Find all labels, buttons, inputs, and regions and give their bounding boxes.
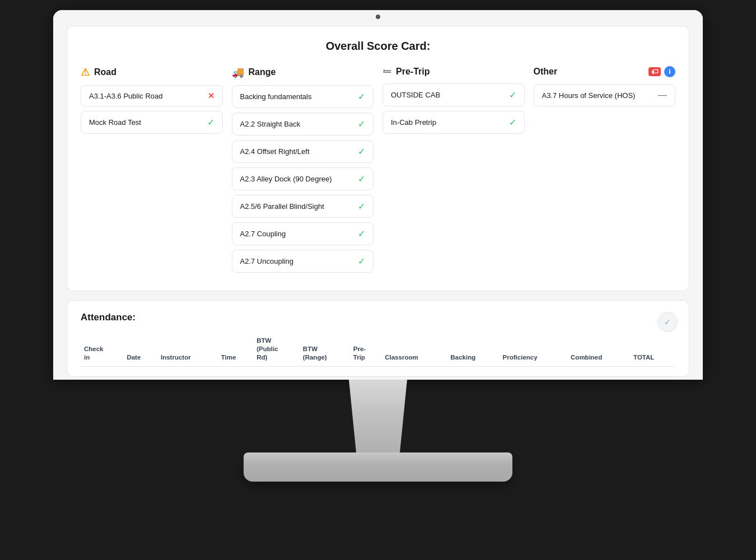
empty-cell-10 — [500, 366, 567, 376]
road-item-2[interactable]: Mock Road Test ✓ — [81, 111, 223, 134]
col-header-date: Date — [123, 332, 157, 366]
empty-cell-7 — [350, 366, 381, 376]
range-item-1-status: ✓ — [358, 91, 365, 102]
range-item-6-label: A2.7 Coupling — [240, 230, 286, 238]
other-item-1[interactable]: A3.7 Hours of Service (HOS) — — [534, 84, 676, 106]
range-item-2-label: A2.2 Straight Back — [240, 120, 301, 128]
info-icon: i — [664, 66, 675, 77]
pretrip-item-2-label: In-Cab Pretrip — [391, 118, 436, 127]
range-item-4-label: A2.3 Alley Dock (90 Degree) — [240, 175, 332, 183]
monitor-neck — [305, 380, 451, 452]
empty-cell-8 — [381, 366, 447, 376]
col-header-proficiency: Proficiency — [500, 332, 567, 366]
col-header-combined: Combined — [567, 332, 630, 366]
pretrip-item-1-label: OUTSIDE CAB — [391, 91, 440, 99]
warning-icon: ⚠ — [81, 66, 90, 78]
road-item-1[interactable]: A3.1-A3.6 Public Road ✕ — [81, 85, 223, 106]
range-column-header: 🚚 Range — [232, 66, 374, 78]
other-item-1-status: — — [658, 90, 667, 100]
columns-grid: ⚠ Road A3.1-A3.6 Public Road ✕ Mock Road… — [81, 66, 675, 277]
col-header-backing: Backing — [447, 332, 499, 366]
empty-cell-1 — [81, 366, 123, 376]
empty-cell-2 — [123, 366, 157, 376]
attendance-table: Checkin Date Instructor Time BTW(PublicR… — [81, 332, 675, 376]
pretrip-item-1-status: ✓ — [509, 90, 516, 100]
pretrip-column: ≔ Pre-Trip OUTSIDE CAB ✓ In-Cab Pretrip … — [382, 66, 525, 277]
pretrip-item-2[interactable]: In-Cab Pretrip ✓ — [382, 111, 525, 134]
col-header-time: Time — [218, 332, 253, 366]
range-item-7-status: ✓ — [358, 256, 365, 267]
empty-cell-5 — [253, 366, 300, 376]
attendance-card: Attendance: ✓ Checkin Date Instructor Ti… — [67, 300, 689, 377]
list-icon: ≔ — [382, 66, 391, 77]
range-item-6[interactable]: A2.7 Coupling ✓ — [232, 222, 374, 245]
range-item-1[interactable]: Backing fundamentals ✓ — [232, 85, 374, 108]
range-item-2-status: ✓ — [358, 119, 365, 129]
range-item-1-label: Backing fundamentals — [240, 92, 312, 101]
range-item-5[interactable]: A2.5/6 Parallel Blind/Sight ✓ — [232, 195, 374, 218]
road-item-1-label: A3.1-A3.6 Public Road — [89, 92, 163, 100]
other-column-label: Other — [534, 67, 558, 77]
pretrip-column-label: Pre-Trip — [396, 67, 430, 77]
attendance-empty-row — [81, 366, 675, 376]
attendance-table-body — [81, 366, 675, 376]
empty-cell-9 — [447, 366, 499, 376]
scorecard-title: Overall Score Card: — [81, 40, 675, 53]
attendance-title: Attendance: — [81, 312, 675, 323]
range-item-3-label: A2.4 Offset Right/Left — [240, 147, 310, 156]
other-item-1-label: A3.7 Hours of Service (HOS) — [542, 91, 636, 100]
range-item-7-label: A2.7 Uncoupling — [240, 257, 293, 265]
range-item-2[interactable]: A2.2 Straight Back ✓ — [232, 113, 374, 136]
empty-cell-6 — [300, 366, 350, 376]
other-column: Other 🏷 i A3.7 Hours of Service (HOS) — — [534, 66, 676, 277]
road-column-label: Road — [94, 67, 116, 77]
pretrip-column-header: ≔ Pre-Trip — [382, 66, 525, 77]
col-header-pretrip: Pre-Trip — [350, 332, 381, 366]
camera-dot — [376, 15, 380, 19]
road-item-2-label: Mock Road Test — [89, 118, 141, 127]
range-item-3-status: ✓ — [358, 146, 365, 157]
other-column-header: Other 🏷 i — [534, 66, 676, 77]
range-item-4-status: ✓ — [358, 174, 365, 184]
road-item-1-status: ✕ — [208, 91, 214, 100]
road-item-2-status: ✓ — [207, 117, 214, 128]
empty-cell-11 — [567, 366, 630, 376]
range-item-5-label: A2.5/6 Parallel Blind/Sight — [240, 202, 324, 211]
range-column: 🚚 Range Backing fundamentals ✓ A2.2 Stra… — [232, 66, 374, 277]
range-item-3[interactable]: A2.4 Offset Right/Left ✓ — [232, 140, 374, 163]
range-item-7[interactable]: A2.7 Uncoupling ✓ — [232, 250, 374, 273]
col-header-classroom: Classroom — [381, 332, 447, 366]
tag-icon: 🏷 — [648, 67, 661, 76]
col-header-checkin: Checkin — [81, 332, 123, 366]
col-header-total: TOTAL — [630, 332, 675, 366]
col-header-instructor: Instructor — [157, 332, 218, 366]
empty-cell-12 — [630, 366, 675, 376]
col-header-btw-range: BTW(Range) — [300, 332, 350, 366]
screen-content: Overall Score Card: ⚠ Road A3.1-A3.6 Pub… — [53, 10, 703, 380]
pretrip-item-1[interactable]: OUTSIDE CAB ✓ — [382, 83, 525, 106]
monitor-wrapper: Overall Score Card: ⚠ Road A3.1-A3.6 Pub… — [0, 0, 756, 560]
monitor-base — [244, 452, 512, 482]
attendance-table-header-row: Checkin Date Instructor Time BTW(PublicR… — [81, 332, 675, 366]
scorecard-card: Overall Score Card: ⚠ Road A3.1-A3.6 Pub… — [67, 26, 689, 291]
attendance-check-button[interactable]: ✓ — [657, 312, 678, 332]
empty-cell-3 — [157, 366, 218, 376]
road-column: ⚠ Road A3.1-A3.6 Public Road ✕ Mock Road… — [81, 66, 223, 277]
range-item-4[interactable]: A2.3 Alley Dock (90 Degree) ✓ — [232, 167, 374, 190]
check-circle-icon: ✓ — [664, 318, 671, 326]
pretrip-item-2-status: ✓ — [509, 117, 516, 128]
monitor-screen: Overall Score Card: ⚠ Road A3.1-A3.6 Pub… — [53, 10, 703, 380]
truck-icon: 🚚 — [232, 66, 244, 78]
range-item-5-status: ✓ — [358, 201, 365, 212]
road-column-header: ⚠ Road — [81, 66, 223, 78]
empty-cell-4 — [218, 366, 253, 376]
range-item-6-status: ✓ — [358, 228, 365, 239]
col-header-btw-public: BTW(PublicRd) — [253, 332, 300, 366]
range-column-label: Range — [249, 67, 276, 77]
